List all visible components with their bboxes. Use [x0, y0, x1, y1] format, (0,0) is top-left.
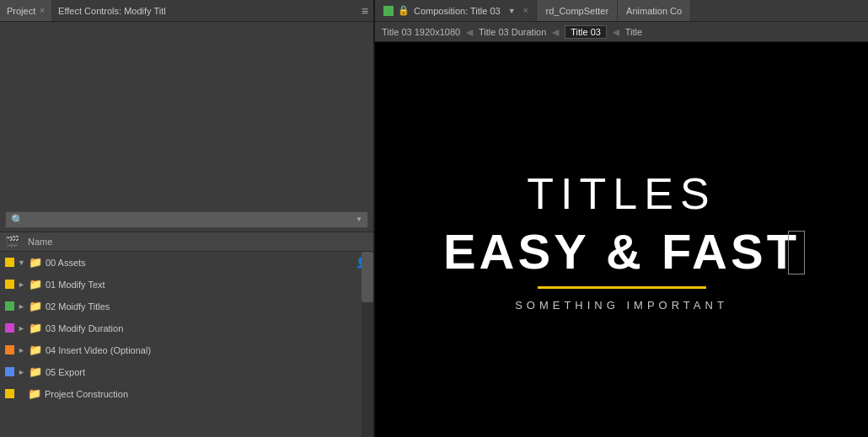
breadcrumb-sep-3: ◄ — [610, 25, 622, 39]
folder-icon-6: 📁 — [28, 387, 41, 400]
right-tabs: 🔒 Composition: Title 03 ▼ × rd_CompSette… — [375, 0, 868, 22]
tab-rd-compsetter[interactable]: rd_CompSetter — [537, 0, 618, 21]
name-column-header: Name — [28, 237, 52, 247]
project-tab-label: Project — [7, 6, 35, 16]
project-list: ▼ 📁 00 Assets 👤 ► 📁 01 Modify Text ► 📁 0… — [0, 252, 373, 438]
list-item[interactable]: ► 📁 05 Export — [0, 361, 373, 383]
expand-arrow-4[interactable]: ► — [18, 346, 25, 354]
comp-text-content: TITLES EASY & FAST SOMETHING IMPORTANT — [443, 168, 800, 312]
breadcrumb-title03-duration[interactable]: Title 03 Duration — [479, 27, 546, 37]
comp-dropdown-arrow[interactable]: ▼ — [508, 7, 516, 15]
comp-title-thin: TITLES — [527, 168, 715, 219]
item-color-1 — [5, 280, 14, 289]
item-label-5: 05 Export — [46, 367, 85, 377]
comp-title-bold: EASY & FAST — [443, 227, 800, 276]
item-color-5 — [5, 367, 14, 376]
search-input[interactable] — [27, 215, 352, 225]
effect-controls-tab[interactable]: Effect Controls: Modify Titl — [51, 0, 356, 21]
breadcrumb-title[interactable]: Title — [625, 27, 642, 37]
search-wrapper[interactable]: 🔍 ▼ — [5, 211, 368, 228]
comp-tab-close[interactable]: × — [523, 6, 528, 15]
comp-subtitle: SOMETHING IMPORTANT — [515, 299, 728, 312]
lock-icon: 🔒 — [398, 5, 410, 16]
app-layout: Project × Effect Controls: Modify Titl ≡… — [0, 0, 868, 437]
folder-icon-2: 📁 — [29, 300, 42, 312]
folder-icon-4: 📁 — [29, 344, 42, 356]
folder-icon-3: 📁 — [29, 322, 42, 334]
list-icon: 🎬 — [5, 235, 19, 248]
item-color-3 — [5, 323, 14, 333]
expand-arrow-1[interactable]: ► — [18, 280, 25, 289]
effect-controls-label: Effect Controls: Modify Titl — [58, 6, 166, 16]
list-item[interactable]: ▼ 📁 00 Assets 👤 — [0, 252, 373, 274]
search-icon: 🔍 — [11, 214, 24, 226]
list-header: 🎬 Name — [0, 232, 373, 252]
search-dropdown-arrow[interactable]: ▼ — [356, 216, 362, 223]
project-tab[interactable]: Project × — [0, 0, 51, 21]
tab-animation-cc[interactable]: Animation Co — [618, 0, 691, 21]
project-list-scrollbar[interactable] — [362, 252, 373, 438]
item-color-4 — [5, 345, 14, 354]
rd-compsetter-label: rd_CompSetter — [545, 6, 608, 16]
list-item[interactable]: ► 📁 03 Modify Duration — [0, 317, 373, 339]
scrollbar-thumb[interactable] — [362, 252, 373, 302]
folder-icon-5: 📁 — [29, 365, 42, 378]
comp-yellow-line — [538, 286, 706, 289]
breadcrumb-title03-active[interactable]: Title 03 — [565, 25, 607, 39]
item-label-6: Project Construction — [45, 389, 128, 399]
item-color-0 — [5, 258, 14, 267]
right-panel: 🔒 Composition: Title 03 ▼ × rd_CompSette… — [375, 0, 868, 437]
list-item[interactable]: 📁 Project Construction — [0, 383, 373, 405]
folder-icon-0: 📁 — [29, 256, 42, 269]
breadcrumb-sep-2: ◄ — [549, 25, 561, 39]
expand-arrow-2[interactable]: ► — [18, 302, 25, 311]
panel-menu-icon[interactable]: ≡ — [356, 4, 373, 18]
project-preview-area — [0, 22, 373, 208]
expand-arrow-5[interactable]: ► — [18, 368, 25, 376]
project-tab-close[interactable]: × — [40, 6, 45, 15]
item-color-6 — [5, 389, 14, 398]
comp-tab-label: Composition: Title 03 — [414, 6, 501, 16]
item-label-3: 03 Modify Duration — [46, 323, 123, 333]
left-panel: Project × Effect Controls: Modify Titl ≡… — [0, 0, 375, 437]
breadcrumb-sep-1: ◄ — [463, 25, 475, 39]
item-label-2: 02 Moidfy Titles — [46, 301, 110, 312]
composition-view: TITLES EASY & FAST SOMETHING IMPORTANT — [375, 42, 868, 437]
breadcrumb-bar: Title 03 1920x1080 ◄ Title 03 Duration ◄… — [375, 22, 868, 42]
expand-arrow-0[interactable]: ▼ — [18, 258, 25, 267]
item-label-0: 00 Assets — [46, 258, 86, 268]
item-label-4: 04 Insert Video (Optional) — [46, 345, 151, 355]
expand-arrow-3[interactable]: ► — [18, 324, 25, 333]
tab-composition-title03[interactable]: 🔒 Composition: Title 03 ▼ × — [375, 0, 537, 21]
folder-icon-1: 📁 — [29, 278, 42, 290]
list-item[interactable]: ► 📁 02 Moidfy Titles — [0, 296, 373, 317]
list-item[interactable]: ► 📁 04 Insert Video (Optional) — [0, 339, 373, 361]
search-bar: 🔍 ▼ — [0, 208, 373, 232]
composition-icon — [383, 6, 394, 16]
list-item[interactable]: ► 📁 01 Modify Text — [0, 274, 373, 296]
item-label-1: 01 Modify Text — [46, 280, 105, 290]
breadcrumb-title03-size: Title 03 1920x1080 — [382, 27, 460, 37]
item-color-2 — [5, 301, 14, 311]
left-panel-tabs: Project × Effect Controls: Modify Titl ≡ — [0, 0, 373, 22]
animation-cc-label: Animation Co — [626, 6, 682, 16]
